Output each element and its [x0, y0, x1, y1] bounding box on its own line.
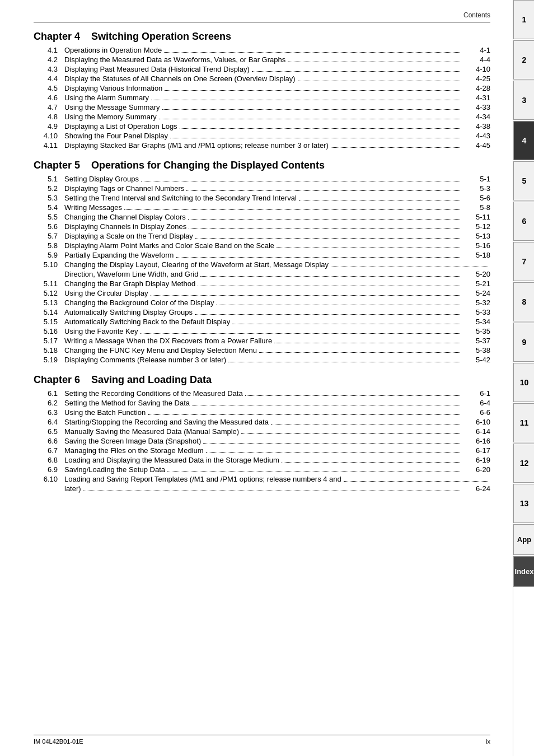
toc-page: 5-13 [462, 232, 490, 240]
toc-number: 5.11 [34, 279, 64, 288]
toc-page: 6-17 [462, 446, 490, 455]
toc-entry: 4.5Displaying Various Information4-28 [34, 84, 490, 92]
toc-number: 5.14 [34, 308, 64, 316]
right-tabs: 12345678910111213AppIndex [513, 0, 534, 756]
toc-title: Displaying the Measured Data as Waveform… [64, 55, 285, 64]
toc-page: 5-6 [462, 194, 490, 202]
footer-left: IM 04L42B01-01E [34, 738, 83, 745]
tab-4[interactable]: 4 [513, 121, 534, 160]
toc-entry: 5.9Partially Expanding the Waveform5-18 [34, 251, 490, 259]
toc-number: 5.5 [34, 213, 64, 221]
toc-page: 6-14 [462, 427, 490, 436]
tab-8[interactable]: 8 [513, 282, 534, 321]
toc-number: 6.5 [34, 427, 64, 436]
toc-entry: 5.12Using the Circular Display5-24 [34, 289, 490, 297]
toc-title: Managing the Files on the Storage Medium [64, 446, 204, 455]
tab-app[interactable]: App [513, 524, 534, 555]
toc-entry: 4.3Displaying Past Measured Data (Histor… [34, 65, 490, 73]
toc-entry: 6.5Manually Saving the Measured Data (Ma… [34, 427, 490, 436]
toc-page: 6-6 [462, 408, 490, 417]
toc-number: 4.2 [34, 55, 64, 64]
toc-entry-multiline: 5.10Changing the Display Layout, Clearin… [34, 260, 490, 278]
tab-1[interactable]: 1 [513, 0, 534, 39]
toc-title: Writing Messages [64, 203, 122, 212]
toc-entry: 4.7Using the Message Summary4-33 [34, 103, 490, 111]
toc-page: 4-45 [462, 141, 490, 150]
toc-number: 5.15 [34, 318, 64, 326]
toc-entry: 5.1Setting Display Groups5-1 [34, 175, 490, 183]
toc-title: Loading and Displaying the Measured Data… [64, 456, 279, 464]
toc-entry: 5.3Setting the Trend Interval and Switch… [34, 194, 490, 202]
tab-10[interactable]: 10 [513, 363, 534, 402]
toc-title: Displaying a List of Operation Logs [64, 122, 177, 130]
tab-6[interactable]: 6 [513, 202, 534, 241]
toc-title: Displaying Comments (Release number 3 or… [64, 356, 226, 364]
toc-page: 6-16 [462, 437, 490, 445]
toc-title: Displaying Alarm Point Marks and Color S… [64, 241, 274, 250]
toc-number: 5.3 [34, 194, 64, 202]
toc-page: 4-28 [462, 84, 490, 92]
toc-title: Using the Favorite Key [64, 327, 138, 335]
toc-entry: 5.4Writing Messages5-8 [34, 203, 490, 212]
toc-page: 4-33 [462, 103, 490, 111]
toc-entry: 4.11Displaying Stacked Bar Graphs (/M1 a… [34, 141, 490, 150]
toc-page: 5-38 [462, 346, 490, 354]
toc-number: 5.8 [34, 241, 64, 250]
tab-12[interactable]: 12 [513, 444, 534, 483]
toc-entry: 6.4Starting/Stopping the Recording and S… [34, 418, 490, 426]
toc-page: 4-10 [462, 65, 490, 73]
toc-entry: 4.1Operations in Operation Mode4-1 [34, 46, 490, 54]
toc-entry: 5.15Automatically Switching Back to the … [34, 318, 490, 326]
toc-number: 5.16 [34, 327, 64, 335]
toc-entry: 5.7Displaying a Scale on the Trend Displ… [34, 232, 490, 240]
tab-5[interactable]: 5 [513, 161, 534, 200]
toc-title: Displaying a Scale on the Trend Display [64, 232, 193, 240]
toc-title: Partially Expanding the Waveform [64, 251, 174, 259]
toc-content: Chapter 4 Switching Operation Screens4.1… [34, 31, 490, 493]
toc-page: 4-4 [462, 55, 490, 64]
toc-number: 5.12 [34, 289, 64, 297]
toc-page: 5-32 [462, 298, 490, 307]
tab-7[interactable]: 7 [513, 242, 534, 281]
toc-title: Showing the Four Panel Display [64, 132, 168, 140]
toc-number: 5.7 [34, 232, 64, 240]
toc-number: 4.6 [34, 94, 64, 102]
tab-index[interactable]: Index [513, 556, 534, 587]
toc-title: Displaying Tags or Channel Numbers [64, 184, 184, 193]
toc-number: 5.2 [34, 184, 64, 193]
footer-right: ix [486, 738, 490, 745]
tab-2[interactable]: 2 [513, 40, 534, 80]
toc-page: 5-11 [462, 213, 490, 221]
tab-13[interactable]: 13 [513, 484, 534, 523]
toc-number: 4.11 [34, 141, 64, 150]
toc-number: 6.8 [34, 456, 64, 464]
toc-page: 6-1 [462, 389, 490, 398]
toc-number: 4.3 [34, 65, 64, 73]
toc-number: 6.10 [34, 475, 64, 483]
tab-3[interactable]: 3 [513, 81, 534, 120]
toc-entry: 6.7Managing the Files on the Storage Med… [34, 446, 490, 455]
tab-9[interactable]: 9 [513, 323, 534, 362]
toc-entry: 4.8Using the Memory Summary4-34 [34, 113, 490, 121]
toc-page: 5-33 [462, 308, 490, 316]
toc-entry: 5.14Automatically Switching Display Grou… [34, 308, 490, 316]
tab-11[interactable]: 11 [513, 403, 534, 442]
toc-page: 6-10 [462, 418, 490, 426]
toc-page: 5-3 [462, 184, 490, 193]
toc-number: 4.4 [34, 74, 64, 83]
toc-entry: 5.16Using the Favorite Key5-35 [34, 327, 490, 335]
toc-number: 5.9 [34, 251, 64, 259]
toc-title: Changing the Display Layout, Clearing of… [64, 260, 329, 269]
toc-title: Displaying Channels in Display Zones [64, 222, 186, 231]
toc-page: 5-42 [462, 356, 490, 364]
toc-page: 5-12 [462, 222, 490, 231]
toc-number: 4.8 [34, 113, 64, 121]
footer: IM 04L42B01-01E ix [34, 735, 490, 745]
toc-title-cont: later) [64, 484, 81, 493]
chapter-heading: Chapter 6 Saving and Loading Data [34, 374, 490, 386]
toc-title: Automatically Switching Display Groups [64, 308, 193, 316]
toc-title: Manually Saving the Measured Data (Manua… [64, 427, 239, 436]
toc-title: Setting the Trend Interval and Switching… [64, 194, 297, 202]
toc-page: 4-25 [462, 74, 490, 83]
toc-entry: 4.10Showing the Four Panel Display4-43 [34, 132, 490, 140]
